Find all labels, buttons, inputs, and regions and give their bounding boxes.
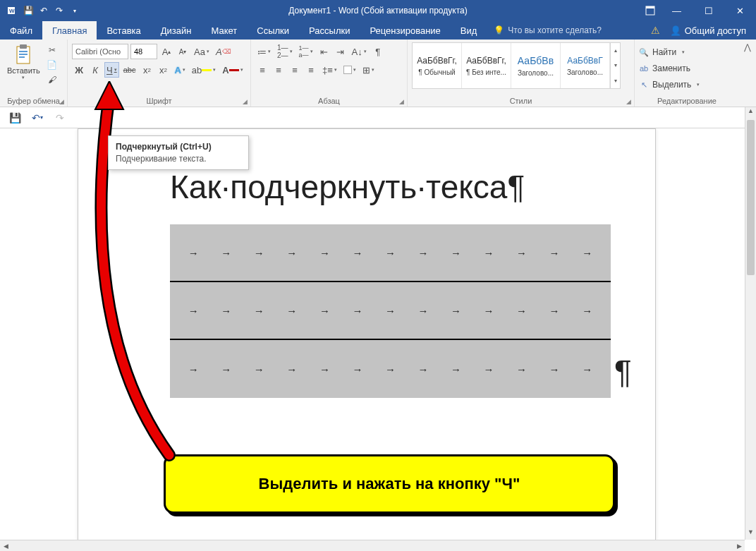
- table-row[interactable]: →→→→→→→→→→→→→: [170, 224, 611, 282]
- table-row[interactable]: →→→→→→→→→→→→→: [170, 282, 611, 340]
- show-marks-button[interactable]: ¶: [371, 44, 385, 59]
- change-case-button[interactable]: Aa: [192, 44, 212, 59]
- redo-icon-2[interactable]: ↷: [52, 110, 68, 126]
- align-right-button[interactable]: ≡: [288, 62, 302, 78]
- table-row[interactable]: →→→→→→→→→→→→→: [170, 340, 611, 398]
- paragraph-launcher-icon[interactable]: ◢: [399, 98, 404, 105]
- tab-mark: →: [549, 305, 560, 317]
- font-color-button[interactable]: A: [220, 62, 245, 78]
- collapse-ribbon-icon[interactable]: ⋀: [739, 40, 756, 107]
- tab-mark: →: [516, 247, 527, 259]
- numbering-button[interactable]: 1—2—: [275, 44, 295, 59]
- multilevel-list-button[interactable]: 1— a—: [297, 44, 315, 59]
- strikethrough-button[interactable]: abc: [121, 62, 138, 78]
- italic-button[interactable]: К: [88, 62, 102, 78]
- vertical-scrollbar[interactable]: ▲ ▼: [745, 107, 756, 540]
- svg-rect-8: [19, 54, 28, 55]
- ribbon-display-icon[interactable]: [640, 0, 661, 21]
- sort-button[interactable]: A↓: [350, 44, 369, 59]
- shading-button[interactable]: [341, 62, 358, 78]
- grow-font-button[interactable]: A▴: [159, 44, 173, 59]
- font-launcher-icon[interactable]: ◢: [243, 98, 248, 105]
- window-controls: — ☐ ✕: [640, 0, 756, 21]
- minimize-button[interactable]: —: [661, 0, 693, 21]
- text-effects-button[interactable]: A: [172, 62, 187, 78]
- style-normal[interactable]: АаБбВвГг,¶ Обычный: [413, 43, 462, 88]
- scroll-up-icon[interactable]: ▲: [745, 107, 756, 119]
- tab-layout[interactable]: Макет: [201, 21, 247, 40]
- tab-mark: →: [417, 305, 428, 317]
- tab-mark: →: [286, 247, 297, 259]
- tab-mark: →: [385, 305, 396, 317]
- format-painter-icon[interactable]: 🖌: [46, 73, 59, 86]
- document-heading[interactable]: Как·подчеркнуть·текса¶: [170, 168, 525, 206]
- paste-label: Вставить: [7, 66, 40, 75]
- tab-mark: →: [451, 247, 461, 259]
- cut-icon[interactable]: ✂: [46, 44, 59, 56]
- tab-insert[interactable]: Вставка: [97, 21, 150, 40]
- clipboard-launcher-icon[interactable]: ◢: [59, 98, 64, 105]
- tab-mark: →: [484, 247, 494, 259]
- copy-icon[interactable]: 📄: [46, 59, 59, 71]
- line-spacing-button[interactable]: ‡≡: [320, 62, 339, 78]
- share-button[interactable]: 👤 Общий доступ: [670, 25, 746, 36]
- callout-text: Выделить и нажать на кнопку "Ч": [259, 475, 520, 493]
- tab-home[interactable]: Главная: [42, 21, 97, 40]
- scroll-down-icon[interactable]: ▼: [745, 528, 756, 540]
- save-icon[interactable]: 💾: [23, 5, 34, 16]
- align-left-button[interactable]: ≡: [255, 62, 269, 78]
- scrollbar-thumb[interactable]: [747, 120, 755, 275]
- borders-button[interactable]: ⊞: [360, 62, 377, 78]
- increase-indent-button[interactable]: ⇥: [334, 44, 348, 59]
- scroll-left-icon[interactable]: ◀: [0, 540, 11, 551]
- styles-more-button[interactable]: ▴▾▾: [610, 43, 620, 88]
- horizontal-scrollbar[interactable]: ◀ ▶: [0, 540, 745, 551]
- font-name-combo[interactable]: Calibri (Осно: [72, 44, 128, 59]
- undo-icon-2[interactable]: ↶ ▾: [30, 110, 45, 126]
- subscript-button[interactable]: x2: [140, 62, 154, 78]
- undo-icon[interactable]: ↶: [38, 5, 49, 16]
- clear-formatting-button[interactable]: A⌫: [214, 44, 233, 59]
- redo-icon[interactable]: ↷: [54, 5, 65, 16]
- find-button[interactable]: 🔍Найти▾: [639, 45, 700, 59]
- tab-references[interactable]: Ссылки: [247, 21, 299, 40]
- group-font-label: Шрифт: [72, 95, 246, 105]
- tab-mark: →: [286, 305, 297, 317]
- maximize-button[interactable]: ☐: [693, 0, 724, 21]
- tab-view[interactable]: Вид: [451, 21, 487, 40]
- styles-launcher-icon[interactable]: ◢: [626, 98, 631, 105]
- document-table[interactable]: →→→→→→→→→→→→→ →→→→→→→→→→→→→ →→→→→→→→→→→→…: [170, 224, 611, 398]
- tab-mailings[interactable]: Рассылки: [299, 21, 360, 40]
- save-icon-2[interactable]: 💾: [7, 110, 23, 126]
- style-heading2[interactable]: АаБбВвГЗаголово...: [561, 43, 610, 88]
- select-button[interactable]: ↖Выделить▾: [639, 78, 700, 92]
- qat-customize-icon[interactable]: ▾: [69, 5, 80, 16]
- font-size-combo[interactable]: 48: [130, 44, 157, 59]
- tab-mark: →: [221, 247, 231, 259]
- paste-button[interactable]: Вставить ▾: [4, 42, 43, 82]
- decrease-indent-button[interactable]: ⇤: [317, 44, 331, 59]
- svg-rect-4: [646, 6, 654, 8]
- justify-button[interactable]: ≡: [304, 62, 318, 78]
- superscript-button[interactable]: x2: [156, 62, 170, 78]
- highlight-button[interactable]: ab: [190, 62, 218, 78]
- scroll-right-icon[interactable]: ▶: [733, 540, 745, 551]
- align-center-button[interactable]: ≡: [272, 62, 286, 78]
- bold-button[interactable]: Ж: [72, 62, 86, 78]
- tooltip-body: Подчеркивание текста.: [116, 154, 241, 164]
- underline-button[interactable]: Ч: [104, 62, 119, 78]
- tab-review[interactable]: Рецензирование: [360, 21, 450, 40]
- bullets-button[interactable]: ≔: [255, 44, 273, 59]
- close-button[interactable]: ✕: [724, 0, 756, 21]
- replace-button[interactable]: abЗаменить: [639, 61, 700, 75]
- warning-icon[interactable]: ⚠: [651, 25, 660, 36]
- tab-design[interactable]: Дизайн: [151, 21, 202, 40]
- tab-file[interactable]: Файл: [0, 21, 42, 40]
- styles-gallery[interactable]: АаБбВвГг,¶ Обычный АаБбВвГг,¶ Без инте..…: [412, 42, 621, 89]
- style-no-spacing[interactable]: АаБбВвГг,¶ Без инте...: [462, 43, 511, 88]
- tell-me-search[interactable]: 💡 Что вы хотите сделать?: [494, 21, 602, 40]
- shrink-font-button[interactable]: A▾: [176, 44, 190, 59]
- word-icon: W: [7, 5, 18, 16]
- style-heading1[interactable]: АаБбВвЗаголово...: [511, 43, 561, 88]
- lightbulb-icon: 💡: [494, 25, 504, 35]
